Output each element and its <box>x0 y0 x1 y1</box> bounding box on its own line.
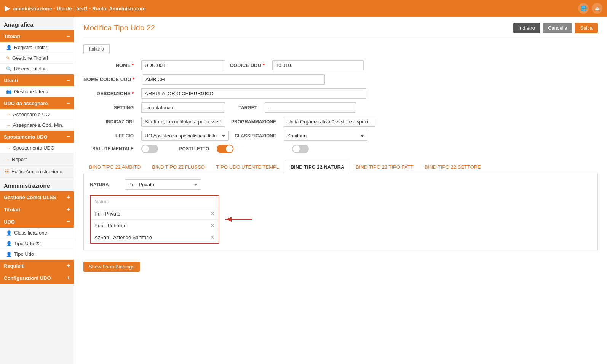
ufficio-select[interactable]: UO Assistenza specialistica, liste c <box>141 131 229 141</box>
sidebar-titolari-items: 👤 Registra Titolari ✎ Gestione Titolari … <box>0 42 74 74</box>
target-input[interactable] <box>265 102 356 113</box>
sidebar-group-titolari-admin[interactable]: Titolari + <box>0 203 74 216</box>
indicazioni-input[interactable] <box>141 117 225 127</box>
ospedaliero-toggle[interactable] <box>292 145 309 153</box>
users-icon: 👥 <box>6 89 12 94</box>
natura-row: NATURA Pri - Privato Pub - Pubblico AzSa… <box>90 179 591 190</box>
required-marker: * <box>133 77 134 82</box>
tab-tipo-udo-utente-templ[interactable]: TIPO UDO UTENTE TEMPL <box>211 161 285 173</box>
sidebar-configurazioni-label: Configurazioni UDO <box>4 275 51 281</box>
sidebar-item-tipo-udo-22[interactable]: 👤 Tipo Udo 22 <box>0 238 74 249</box>
classificazione-select[interactable]: Sanitaria <box>284 131 367 141</box>
sidebar-item-edifici[interactable]: ☷ Edifici Amministrazione <box>0 166 74 178</box>
sidebar-group-udo[interactable]: UDO − <box>0 216 74 228</box>
natura-item-label: Pub - Pubblico <box>94 223 127 228</box>
sidebar-plain-label: Report <box>12 156 27 162</box>
sidebar-configurazioni-expand: + <box>67 275 70 281</box>
cancella-button[interactable]: Cancella <box>543 23 573 33</box>
sidebar-plain-label: Edifici Amministrazione <box>11 169 62 174</box>
sidebar-group-requisiti[interactable]: Requisiti + <box>0 260 74 272</box>
programmazione-label: PROGRAMMAZIONE <box>230 119 279 125</box>
codice-udo-input[interactable] <box>272 60 364 70</box>
sidebar-group-gestione-codici[interactable]: Gestione Codici ULSS + <box>0 191 74 203</box>
top-bar-icons-group: 🌐 ⏏ <box>578 3 602 14</box>
edit-icon: ✎ <box>6 56 10 61</box>
user-icon: 👤 <box>6 241 12 246</box>
sidebar: Anagrafica Titolari − 👤 Registra Titolar… <box>0 17 74 364</box>
nome-input[interactable] <box>141 60 225 70</box>
required-marker: * <box>132 91 134 96</box>
natura-item-remove-pri[interactable]: ✕ <box>210 211 215 217</box>
sidebar-item-gestione-utenti[interactable]: 👥 Gestione Utenti <box>0 86 74 97</box>
sidebar-utenti-collapse: − <box>67 77 70 84</box>
tab-bind-tipo22-natura[interactable]: BIND TIPO 22 NATURA <box>285 161 350 173</box>
sidebar-group-udo-assegnare[interactable]: UDO da assegnare − <box>0 97 74 109</box>
sidebar-item-ricerca-titolari[interactable]: 🔍 Ricerca Titolari <box>0 64 74 74</box>
sidebar-item-tipo-udo[interactable]: 👤 Tipo Udo <box>0 249 74 260</box>
tab-bind-tipo22-tipo-fatt[interactable]: BIND TIPO 22 TIPO FATT <box>350 161 419 173</box>
salute-mentale-toggle[interactable] <box>141 145 158 153</box>
sidebar-item-label: Tipo Udo <box>14 251 34 257</box>
natura-item-remove-pub[interactable]: ✕ <box>210 222 215 228</box>
sidebar-item-label: Assegnare a Cod. Min. <box>13 122 63 128</box>
sidebar-group-utenti[interactable]: Utenti − <box>0 74 74 86</box>
natura-item-azsan: AzSan - Aziende Sanitarie ✕ <box>91 231 219 243</box>
arrow-icon: → <box>6 145 11 151</box>
power-button[interactable]: ⏏ <box>592 3 602 14</box>
sidebar-amministrazione-title: Amministrazione <box>0 178 74 191</box>
sidebar-udo-assegnare-items: → Assegnare a UO → Assegnare a Cod. Min. <box>0 109 74 131</box>
sidebar-udo-assegnare-collapse: − <box>67 100 70 107</box>
natura-select[interactable]: Pri - Privato Pub - Pubblico AzSan - Azi… <box>125 179 201 190</box>
tab-bind-tipo22-settore[interactable]: BIND TIPO 22 SETTORE <box>419 161 487 173</box>
user-icon: 👤 <box>6 45 12 50</box>
sidebar-item-registra-titolari[interactable]: 👤 Registra Titolari <box>0 42 74 53</box>
sidebar-item-assegnare-uo[interactable]: → Assegnare a UO <box>0 109 74 120</box>
classificazione-label: CLASSIFICAZIONE <box>233 133 279 139</box>
natura-item-pri: Pri - Privato ✕ <box>91 208 219 220</box>
sidebar-item-label: Classificazione <box>14 230 47 236</box>
sidebar-item-spostamento-udo[interactable]: → Spostamento UDO <box>0 143 74 153</box>
sidebar-group-titolari[interactable]: Titolari − <box>0 30 74 42</box>
tab-bind-tipo22-ambito[interactable]: BIND TIPO 22 AMBITO <box>83 161 146 173</box>
sidebar-utenti-label: Utenti <box>4 78 18 83</box>
programmazione-input[interactable] <box>284 117 375 127</box>
sidebar-group-configurazioni[interactable]: Configurazioni UDO + <box>0 272 74 284</box>
sidebar-titolari-admin-label: Titolari <box>4 207 20 212</box>
sidebar-requisiti-expand: + <box>67 262 70 269</box>
natura-multiselect-row: Natura Pri - Privato ✕ Pub - Pubblico ✕ … <box>90 195 591 244</box>
show-form-bindings-button[interactable]: Show Form Bindings <box>83 262 140 272</box>
sidebar-item-label: Registra Titolari <box>14 45 48 50</box>
sidebar-item-report[interactable]: → Report <box>0 153 74 166</box>
indietro-button[interactable]: Indietro <box>513 23 540 33</box>
sidebar-utenti-items: 👥 Gestione Utenti <box>0 86 74 97</box>
globe-button[interactable]: 🌐 <box>578 3 589 14</box>
salute-mentale-label: SALUTE MENTALE <box>83 146 137 152</box>
setting-input[interactable] <box>141 102 225 113</box>
sidebar-group-spostamento[interactable]: Spostamento UDO − <box>0 131 74 143</box>
sidebar-item-gestione-titolari[interactable]: ✎ Gestione Titolari <box>0 53 74 64</box>
sidebar-titolari-label: Titolari <box>4 34 20 39</box>
bottom-buttons-area: Show Form Bindings <box>83 262 598 272</box>
form-row-ufficio: UFFICIO UO Assistenza specialistica, lis… <box>83 131 598 141</box>
sidebar-item-assegnare-cod-min[interactable]: → Assegnare a Cod. Min. <box>0 120 74 131</box>
sidebar-titolari-collapse: − <box>67 33 70 40</box>
salute-mentale-slider <box>141 145 158 153</box>
descrizione-input[interactable] <box>141 88 366 99</box>
arrow-icon: → <box>5 156 10 162</box>
tab-bind-tipo22-flusso[interactable]: BIND TIPO 22 FLUSSO <box>146 161 210 173</box>
nome-codice-udo-input[interactable] <box>142 74 325 85</box>
nome-codice-udo-label: NOME CODICE UDO * <box>83 77 137 82</box>
sidebar-requisiti-label: Requisiti <box>4 263 25 269</box>
form-row-descrizione: DESCRIZIONE * <box>83 88 598 99</box>
sidebar-item-label: Tipo Udo 22 <box>14 241 41 246</box>
natura-item-label: AzSan - Aziende Sanitarie <box>94 235 152 240</box>
lang-tab[interactable]: Italiano <box>83 44 110 54</box>
sidebar-item-label: Assegnare a UO <box>13 112 50 117</box>
sidebar-item-label: Spostamento UDO <box>13 145 54 151</box>
sidebar-item-label: Gestione Titolari <box>12 55 48 61</box>
sidebar-udo-assegnare-label: UDO da assegnare <box>4 101 48 106</box>
salva-button[interactable]: Salva <box>575 23 598 33</box>
sidebar-item-classificazione[interactable]: 👤 Classificazione <box>0 228 74 238</box>
posti-letto-toggle[interactable] <box>217 145 233 153</box>
natura-item-remove-azsan[interactable]: ✕ <box>210 234 215 240</box>
